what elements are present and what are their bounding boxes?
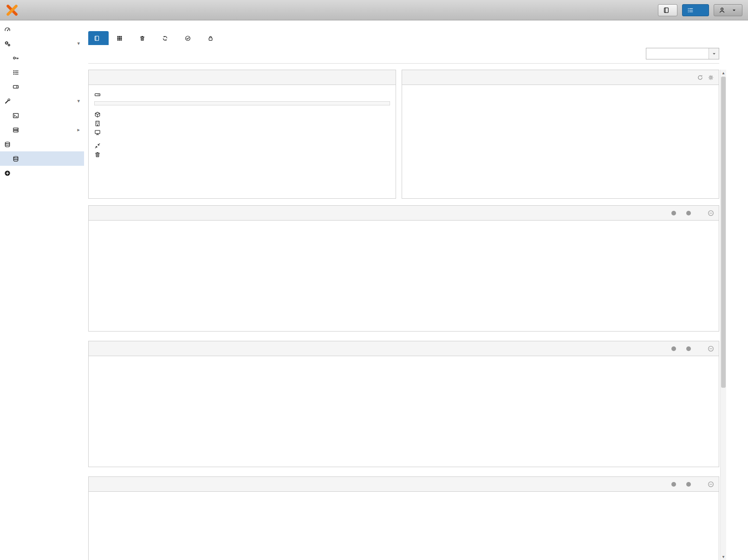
legend-dot bbox=[671, 482, 676, 487]
sidebar-item-configuration[interactable]: ▾ bbox=[0, 36, 84, 51]
scroll-down-arrow[interactable]: ▼ bbox=[721, 553, 726, 560]
plus-circle-icon bbox=[4, 170, 11, 176]
terminal-icon bbox=[13, 112, 19, 119]
documentation-button[interactable] bbox=[658, 4, 677, 16]
host-row bbox=[94, 119, 390, 128]
legend-dot bbox=[671, 211, 676, 215]
chevron-down-icon bbox=[731, 7, 737, 13]
iops-chart bbox=[89, 492, 719, 560]
disks-icon bbox=[13, 127, 19, 133]
chevron-down-icon bbox=[712, 52, 716, 56]
trash-icon bbox=[94, 151, 101, 158]
sidebar-item-access-control[interactable] bbox=[0, 51, 84, 65]
usage-progressbar bbox=[94, 101, 390, 105]
transfer-rate-panel bbox=[88, 341, 719, 467]
transfer-rate-header bbox=[89, 341, 719, 356]
sidebar-item-subscription[interactable] bbox=[0, 79, 84, 94]
comment-panel-header bbox=[402, 70, 719, 85]
building-icon bbox=[94, 120, 101, 127]
legend-dot bbox=[671, 346, 676, 351]
legend-dot bbox=[686, 211, 691, 215]
legend-item-write bbox=[686, 482, 694, 487]
collapse-icon[interactable] bbox=[708, 481, 714, 488]
comment-panel bbox=[402, 70, 719, 199]
legend-dot bbox=[686, 346, 691, 351]
tab-verify-jobs[interactable] bbox=[179, 31, 200, 45]
dedup-row bbox=[94, 141, 390, 150]
vertical-scrollbar[interactable]: ▲ ▼ bbox=[720, 70, 726, 560]
sidebar-item-administration[interactable]: ▾ bbox=[0, 94, 84, 108]
sidebar-item-remotes[interactable] bbox=[0, 65, 84, 79]
grid-icon bbox=[117, 35, 123, 41]
list-icon bbox=[13, 69, 19, 76]
proxmox-logo-icon bbox=[6, 4, 19, 17]
datastore-panel-header bbox=[89, 70, 396, 85]
tab-sync-jobs[interactable] bbox=[156, 31, 177, 45]
refresh-icon[interactable] bbox=[697, 74, 703, 81]
scrollbar-thumb[interactable] bbox=[721, 77, 726, 388]
expanded-caret-icon: ▾ bbox=[77, 40, 80, 46]
sidebar-item-store1[interactable] bbox=[0, 151, 84, 166]
task-list-icon bbox=[687, 7, 694, 13]
combo-trigger[interactable] bbox=[709, 48, 719, 59]
database-icon bbox=[13, 156, 19, 162]
iops-header bbox=[89, 477, 719, 492]
sidebar: ▾ ▾ bbox=[0, 20, 84, 560]
wrench-icon bbox=[4, 98, 11, 104]
collapse-icon[interactable] bbox=[708, 345, 714, 352]
ct-row bbox=[94, 110, 390, 119]
tab-summary[interactable] bbox=[88, 31, 109, 45]
check-circle-icon bbox=[185, 35, 191, 41]
book-icon bbox=[663, 7, 670, 13]
transfer-rate-chart bbox=[89, 356, 719, 467]
gauge-icon bbox=[4, 26, 11, 33]
trash-icon bbox=[139, 35, 145, 41]
proxmox-logo[interactable] bbox=[6, 4, 22, 17]
comment-panel-tools bbox=[697, 74, 714, 81]
sidebar-item-dashboard[interactable] bbox=[0, 22, 84, 36]
tab-bar bbox=[88, 31, 719, 45]
storage-usage-chart bbox=[89, 221, 719, 331]
legend-item-total bbox=[671, 211, 679, 215]
iops-legend bbox=[671, 481, 714, 488]
key-icon bbox=[13, 55, 19, 61]
legend-item-storage-usage bbox=[686, 211, 694, 215]
storage-usage-header bbox=[89, 206, 719, 221]
page-title bbox=[88, 20, 719, 31]
sidebar-item-add-datastore[interactable] bbox=[0, 166, 84, 180]
gear-icon[interactable] bbox=[708, 74, 714, 81]
sidebar-item-datastore[interactable] bbox=[0, 137, 84, 151]
legend-item-read bbox=[671, 482, 679, 487]
hdd-icon bbox=[94, 91, 101, 98]
legend-item-read bbox=[671, 346, 679, 351]
tab-permissions[interactable] bbox=[202, 31, 222, 45]
ticket-icon bbox=[13, 84, 19, 90]
book-icon bbox=[94, 35, 100, 41]
tasks-button[interactable] bbox=[682, 4, 709, 16]
time-range-select[interactable] bbox=[646, 48, 719, 59]
storage-usage-legend bbox=[671, 210, 714, 216]
user-menu-button[interactable] bbox=[714, 4, 742, 16]
sidebar-item-disks[interactable]: ▸ bbox=[0, 123, 84, 137]
user-icon bbox=[719, 7, 725, 13]
sync-icon bbox=[162, 35, 168, 41]
legend-dot bbox=[686, 482, 691, 487]
chart-toolbar bbox=[88, 45, 719, 64]
legend-item-write bbox=[686, 346, 694, 351]
gears-icon bbox=[4, 40, 11, 47]
app-header bbox=[0, 0, 748, 20]
collapsed-caret-icon: ▸ bbox=[77, 127, 80, 133]
vm-row bbox=[94, 128, 390, 137]
lock-icon bbox=[208, 35, 214, 41]
iops-panel bbox=[88, 476, 719, 560]
removed-bytes-row bbox=[94, 150, 390, 159]
main-area: ▲ ▼ bbox=[84, 20, 726, 560]
storage-usage-panel bbox=[88, 205, 719, 332]
tab-prune-gc[interactable] bbox=[134, 31, 154, 45]
collapse-icon[interactable] bbox=[708, 210, 714, 216]
sidebar-item-shell[interactable] bbox=[0, 108, 84, 123]
tab-content[interactable] bbox=[111, 31, 131, 45]
cube-icon bbox=[94, 111, 101, 118]
scroll-up-arrow[interactable]: ▲ bbox=[721, 70, 726, 76]
datastore-summary-panel bbox=[88, 70, 396, 199]
